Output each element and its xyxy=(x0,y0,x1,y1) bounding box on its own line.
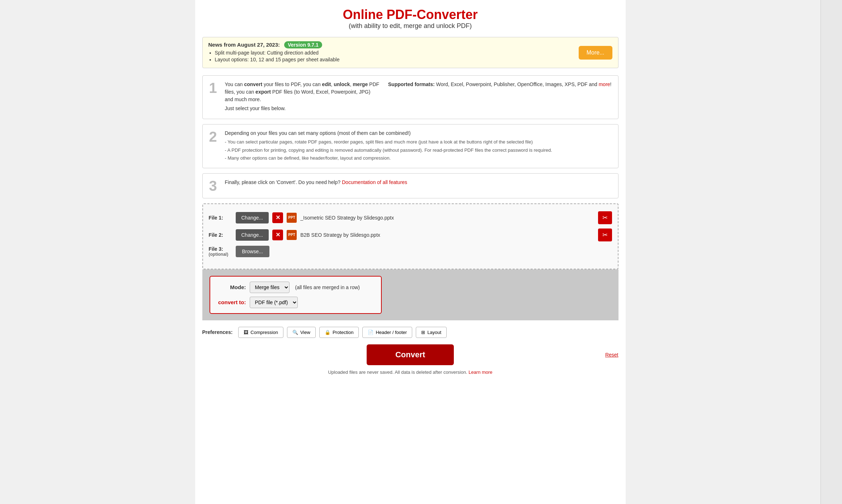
scissors-icon: ✂ xyxy=(602,231,608,239)
mode-label: Mode: xyxy=(217,284,246,290)
preferences-label: Preferences: xyxy=(202,329,233,335)
file-3-browse-button[interactable]: Browse... xyxy=(236,246,269,257)
step-1-left: You can convert your files to PDF, you c… xyxy=(225,81,380,114)
mode-select[interactable]: Merge files xyxy=(250,282,290,293)
news-item: Layout options: 10, 12 and 15 pages per … xyxy=(215,57,574,62)
step-1-content: You can convert your files to PDF, you c… xyxy=(225,81,612,114)
compression-icon: 🖼 xyxy=(244,330,248,335)
view-button[interactable]: 🔍 View xyxy=(287,327,316,338)
page-header: Online PDF-Converter (with ability to ed… xyxy=(202,7,618,30)
file-2-scissors-button[interactable]: ✂ xyxy=(598,229,612,241)
step-3-box: 3 Finally, please click on 'Convert'. Do… xyxy=(202,173,618,198)
footer-note: Uploaded files are never saved. All data… xyxy=(202,369,618,375)
file-3-label: File 3: (optional) xyxy=(209,246,232,257)
learn-more-link[interactable]: Learn more xyxy=(469,369,492,375)
news-list: Split multi-page layout: Cutting directi… xyxy=(215,50,574,62)
step-2-number: 2 xyxy=(209,129,220,144)
step-2-line2: - You can select particular pages, rotat… xyxy=(225,138,612,146)
layout-button[interactable]: ⊞ Layout xyxy=(416,327,447,338)
mode-inner-box: Mode: Merge files (all files are merged … xyxy=(210,276,382,314)
more-formats-link[interactable]: more xyxy=(599,81,610,87)
file-2-label: File 2: xyxy=(209,232,232,238)
page-icon: 📄 xyxy=(368,330,373,335)
x-icon: ✕ xyxy=(276,214,280,221)
news-banner: News from August 27, 2023: Version 9.7.1… xyxy=(202,37,618,68)
step-3-content: Finally, please click on 'Convert'. Do y… xyxy=(225,179,612,188)
layout-icon: ⊞ xyxy=(421,330,425,335)
right-sidebar xyxy=(820,0,842,504)
file-1-change-button[interactable]: Change... xyxy=(236,212,269,223)
file-2-delete-button[interactable]: ✕ xyxy=(272,230,283,240)
file-area: File 1: Change... ✕ PPT _Isometric SEO S… xyxy=(202,203,618,269)
step-1-box: 1 You can convert your files to PDF, you… xyxy=(202,75,618,119)
header-footer-button[interactable]: 📄 Header / footer xyxy=(362,327,412,338)
mode-row: Mode: Merge files (all files are merged … xyxy=(217,282,374,293)
step-3-number: 3 xyxy=(209,179,220,193)
step-2-line3: - A PDF protection for printing, copying… xyxy=(225,147,612,154)
version-badge: Version 9.7.1 xyxy=(284,41,322,48)
scissors-icon: ✂ xyxy=(602,214,608,222)
convert-row: convert to: PDF file (*.pdf) xyxy=(217,297,374,308)
compression-button[interactable]: 🖼 Compression xyxy=(238,327,283,338)
file-1-delete-button[interactable]: ✕ xyxy=(272,212,283,223)
supported-formats: Supported formats: Word, Excel, Powerpoi… xyxy=(388,81,612,88)
news-item: Split multi-page layout: Cutting directi… xyxy=(215,50,574,56)
protection-button[interactable]: 🔒 Protection xyxy=(319,327,359,338)
file-1-type-icon: PPT xyxy=(287,213,297,223)
step-1-right: Supported formats: Word, Excel, Powerpoi… xyxy=(388,81,612,114)
reset-link[interactable]: Reset xyxy=(605,352,618,358)
file-1-row: File 1: Change... ✕ PPT _Isometric SEO S… xyxy=(209,211,612,224)
news-content: News from August 27, 2023: Version 9.7.1… xyxy=(208,42,574,63)
step-1-text: You can convert your files to PDF, you c… xyxy=(225,81,380,103)
mode-description: (all files are merged in a row) xyxy=(295,284,360,290)
convert-to-label: convert to: xyxy=(217,299,246,305)
file-2-name: B2B SEO Strategy by Slidesgo.pptx xyxy=(300,232,594,238)
news-title: News from August 27, 2023: Version 9.7.1 xyxy=(208,42,574,48)
convert-to-select[interactable]: PDF file (*.pdf) xyxy=(250,297,298,308)
step-1-number: 1 xyxy=(209,81,220,95)
convert-button[interactable]: Convert xyxy=(367,344,454,365)
file-1-scissors-button[interactable]: ✂ xyxy=(598,211,612,224)
file-1-name: _Isometric SEO Strategy by Slidesgo.pptx xyxy=(300,215,594,221)
step-1-subtext: Just select your files below. xyxy=(225,105,380,112)
page-title: Online PDF-Converter xyxy=(202,7,618,22)
file-1-label: File 1: xyxy=(209,215,232,221)
step-2-box: 2 Depending on your files you can set ma… xyxy=(202,124,618,168)
lock-icon: 🔒 xyxy=(325,330,330,335)
preferences-row: Preferences: 🖼 Compression 🔍 View 🔒 Prot… xyxy=(202,327,618,338)
step-3-text: Finally, please click on 'Convert'. Do y… xyxy=(225,179,612,186)
file-2-type-icon: PPT xyxy=(287,230,297,240)
more-button[interactable]: More... xyxy=(579,46,612,60)
convert-section: Convert Reset xyxy=(202,344,618,365)
file-3-row: File 3: (optional) Browse... xyxy=(209,246,612,257)
step-2-line1: Depending on your files you can set many… xyxy=(225,129,612,137)
step-2-content: Depending on your files you can set many… xyxy=(225,129,612,163)
file-2-row: File 2: Change... ✕ PPT B2B SEO Strategy… xyxy=(209,229,612,241)
page-subtitle: (with ability to edit, merge and unlock … xyxy=(202,22,618,30)
file-2-change-button[interactable]: Change... xyxy=(236,229,269,241)
view-icon: 🔍 xyxy=(292,330,298,335)
mode-area: Mode: Merge files (all files are merged … xyxy=(202,269,618,320)
x-icon: ✕ xyxy=(276,231,280,238)
step-2-line4: - Many other options can be defined, lik… xyxy=(225,155,612,162)
docs-link[interactable]: Documentation of all features xyxy=(342,179,407,185)
